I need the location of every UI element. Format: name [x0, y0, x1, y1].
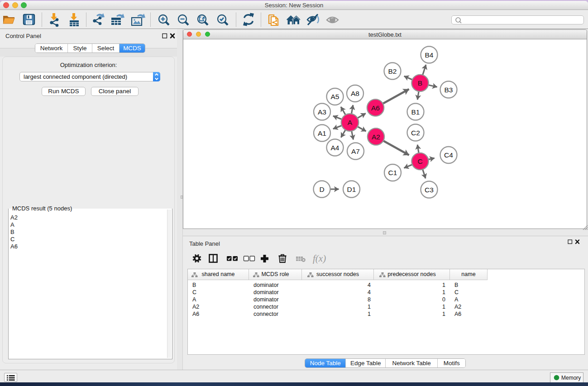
svg-text:B1: B1 [411, 108, 420, 116]
svg-text:A1: A1 [318, 129, 326, 137]
svg-text:A4: A4 [331, 144, 339, 152]
svg-text:A2: A2 [372, 133, 380, 141]
svg-text:B2: B2 [388, 67, 397, 75]
svg-text:B4: B4 [425, 51, 434, 59]
svg-text:A3: A3 [318, 108, 326, 116]
svg-text:C4: C4 [444, 151, 453, 159]
svg-text:C: C [417, 157, 422, 165]
svg-text:B3: B3 [445, 86, 453, 94]
svg-text:A8: A8 [351, 90, 359, 97]
svg-text:C1: C1 [388, 169, 397, 176]
svg-text:D1: D1 [347, 186, 356, 193]
svg-text:C2: C2 [411, 129, 420, 137]
svg-text:B: B [418, 79, 422, 87]
svg-text:A7: A7 [351, 148, 360, 155]
svg-text:C3: C3 [425, 186, 434, 194]
svg-text:A6: A6 [371, 104, 380, 112]
svg-text:D: D [319, 186, 324, 193]
svg-text:A5: A5 [331, 93, 339, 100]
svg-text:A: A [348, 119, 353, 126]
svg-text:f(x): f(x) [313, 253, 326, 264]
